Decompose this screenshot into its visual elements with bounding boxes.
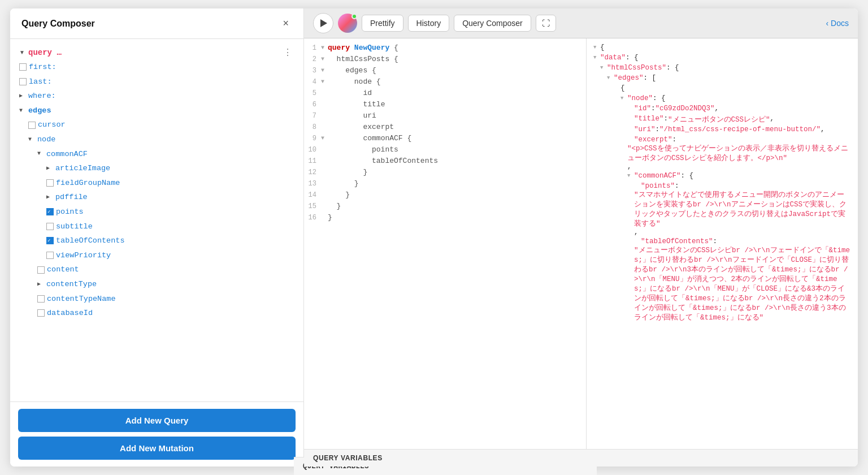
prettify-button[interactable]: Prettify bbox=[362, 15, 403, 32]
field-pdffile: pdffile bbox=[55, 191, 88, 204]
query-root-row: ▼ query … ⋮ bbox=[10, 45, 303, 60]
checkbox-points[interactable] bbox=[46, 208, 54, 215]
code-line-16: 16 } bbox=[304, 213, 586, 224]
right-area: Prettify History Query Composer ⛶ ‹ Docs… bbox=[304, 8, 858, 467]
play-button[interactable] bbox=[313, 13, 333, 33]
checkbox-last[interactable] bbox=[19, 78, 27, 85]
history-button[interactable]: History bbox=[408, 15, 450, 32]
field-viewpriority: viewPriority bbox=[56, 249, 111, 262]
result-line-5: { bbox=[587, 84, 858, 94]
checkbox-viewpriority[interactable] bbox=[46, 252, 54, 259]
query-composer-button[interactable]: Query Composer bbox=[454, 15, 531, 32]
checkbox-subtitle[interactable] bbox=[46, 223, 54, 230]
checkbox-content[interactable] bbox=[37, 266, 45, 274]
tree-item-edges: ▼ edges bbox=[10, 103, 303, 118]
code-line-5: 5 id bbox=[304, 88, 586, 100]
play-icon bbox=[320, 19, 327, 27]
panel-title: Query Composer bbox=[21, 19, 95, 29]
add-new-query-button[interactable]: Add New Query bbox=[18, 409, 296, 432]
docs-button[interactable]: ‹ Docs bbox=[826, 19, 849, 28]
checkbox-first[interactable] bbox=[19, 63, 27, 71]
tree-item-contenttype: ▶ contentType bbox=[10, 277, 303, 292]
tree-item-node: ▼ node bbox=[10, 132, 303, 147]
chevron-where: ▶ bbox=[19, 92, 27, 101]
tree-item-first: first: bbox=[10, 60, 303, 75]
close-button[interactable]: × bbox=[279, 16, 292, 31]
code-line-8: 8 excerpt bbox=[304, 122, 586, 133]
field-fieldgroupname: fieldGroupName bbox=[56, 177, 120, 189]
field-points: points bbox=[56, 206, 84, 218]
chevron-articleimage: ▶ bbox=[46, 164, 54, 173]
code-line-15: 15 } bbox=[304, 201, 586, 213]
code-line-6: 6 title bbox=[304, 100, 586, 111]
query-label: query … bbox=[28, 48, 62, 57]
tree-item-cursor: cursor bbox=[10, 118, 303, 132]
field-content: content bbox=[47, 264, 79, 276]
checkbox-contenttypename[interactable] bbox=[37, 295, 45, 303]
tree-item-points: points bbox=[10, 205, 303, 219]
left-panel: Query Composer × ▼ query … ⋮ first: last… bbox=[10, 8, 304, 467]
code-line-14: 14 } bbox=[304, 190, 586, 201]
code-line-9: 9 ▼ commonACF { bbox=[304, 133, 586, 145]
checkbox-fieldgroupname[interactable] bbox=[46, 179, 54, 187]
result-line-7: "id": "cG9zdDo2NDQ3", bbox=[587, 104, 858, 114]
query-editor[interactable]: 1 ▼ query NewQuery { 2 ▼ htmlCssPosts { … bbox=[304, 38, 587, 449]
result-line-6: ▼ "node": { bbox=[587, 94, 858, 104]
tree-item-articleimage: ▶ articleImage bbox=[10, 161, 303, 176]
checkbox-databaseid[interactable] bbox=[37, 309, 45, 317]
field-tableofcontents: tableOfContents bbox=[56, 235, 125, 247]
tree-item-databaseid: databaseId bbox=[10, 306, 303, 321]
toolbar: Prettify History Query Composer ⛶ ‹ Docs bbox=[304, 8, 858, 38]
tree-item-content: content bbox=[10, 262, 303, 277]
editors-row: 1 ▼ query NewQuery { 2 ▼ htmlCssPosts { … bbox=[304, 38, 858, 449]
result-line-12: "points": "スマホサイトなどで使用するメニュー開閉のボタンのアニメーシ… bbox=[587, 182, 858, 237]
result-line-10: "excerpt": "<p>CSSを使ってナビゲーションの表示／非表示を切り替… bbox=[587, 135, 858, 171]
field-contenttype: contentType bbox=[46, 278, 97, 291]
code-line-13: 13 } bbox=[304, 179, 586, 190]
tree-item-subtitle: subtitle bbox=[10, 219, 303, 234]
chevron-edges: ▼ bbox=[19, 106, 27, 115]
result-pane: ▼ { ▼ "data": { ▼ "htmlCssPosts": { ▼ "e… bbox=[587, 38, 858, 449]
options-button[interactable]: ⋮ bbox=[281, 47, 294, 58]
field-articleimage: articleImage bbox=[55, 162, 110, 175]
expand-button[interactable]: ⛶ bbox=[536, 15, 556, 32]
chevron-icon: ▼ bbox=[19, 49, 27, 55]
tree-item-viewpriority: viewPriority bbox=[10, 248, 303, 263]
code-line-1: 1 ▼ query NewQuery { bbox=[304, 43, 586, 54]
chevron-node: ▼ bbox=[28, 135, 36, 144]
tree-item-commonacf: ▼ commonACF bbox=[10, 147, 303, 162]
result-line-1: ▼ { bbox=[587, 43, 858, 53]
field-where: where: bbox=[28, 90, 56, 102]
field-node: node bbox=[37, 133, 55, 146]
code-line-7: 7 uri bbox=[304, 111, 586, 122]
avatar-online-dot bbox=[351, 14, 357, 19]
chevron-contenttype: ▶ bbox=[37, 280, 45, 289]
result-line-3: ▼ "htmlCssPosts": { bbox=[587, 63, 858, 74]
field-databaseid: databaseId bbox=[47, 307, 93, 319]
field-subtitle: subtitle bbox=[56, 221, 93, 233]
result-line-9: "uri": "/html_css/css-recipe-of-menu-but… bbox=[587, 125, 858, 135]
result-line-13: "tableOfContents": "メニューボタンのCSSレシピbr />\… bbox=[587, 237, 858, 323]
chevron-pdffile: ▶ bbox=[46, 193, 54, 202]
checkbox-tableofcontents[interactable] bbox=[46, 237, 54, 244]
checkbox-cursor[interactable] bbox=[28, 122, 36, 129]
add-new-mutation-button[interactable]: Add New Mutation bbox=[18, 437, 296, 460]
result-line-2: ▼ "data": { bbox=[587, 53, 858, 63]
field-commonacf: commonACF bbox=[46, 148, 88, 161]
tree-item-last: last: bbox=[10, 75, 303, 89]
tree-item-pdffile: ▶ pdffile bbox=[10, 190, 303, 205]
bottom-buttons: Add New Query Add New Mutation bbox=[10, 401, 303, 467]
query-variables-bar: QUERY VARIABLES bbox=[304, 449, 858, 467]
field-contenttypename: contentTypeName bbox=[47, 293, 116, 305]
tree-item-where: ▶ where: bbox=[10, 89, 303, 103]
field-first: first: bbox=[29, 61, 57, 74]
app-container: Query Composer × ▼ query … ⋮ first: last… bbox=[10, 8, 858, 467]
code-line-10: 10 points bbox=[304, 145, 586, 156]
result-line-11: ▼ "commonACF": { bbox=[587, 171, 858, 182]
tree-item-fieldgroupname: fieldGroupName bbox=[10, 176, 303, 191]
query-tree: ▼ query … ⋮ first: last: ▶ where: ▼ edge… bbox=[10, 39, 303, 401]
code-line-4: 4 ▼ node { bbox=[304, 77, 586, 88]
code-line-12: 12 } bbox=[304, 167, 586, 179]
panel-header: Query Composer × bbox=[10, 8, 303, 39]
avatar bbox=[338, 14, 357, 33]
